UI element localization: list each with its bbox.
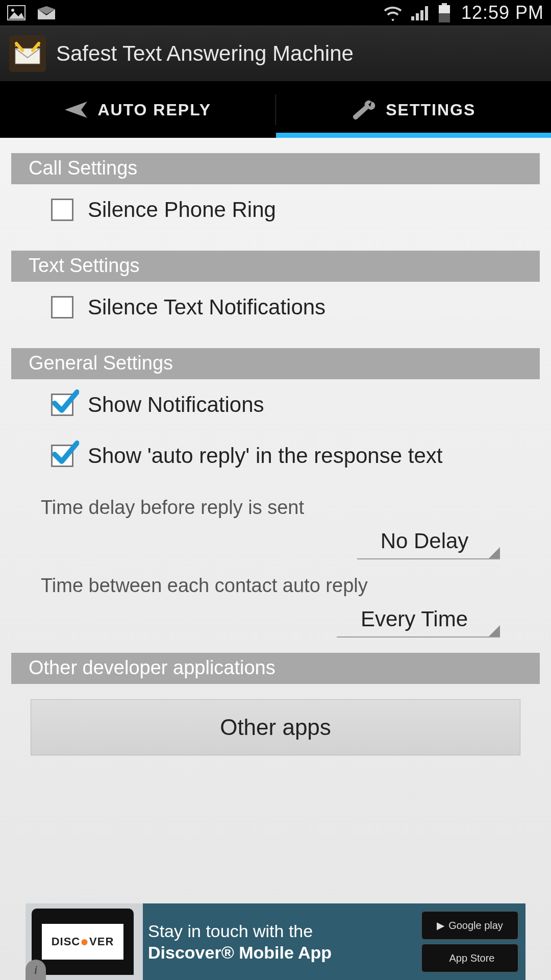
svg-point-1: [11, 9, 14, 12]
checkbox-show-auto-reply-in-response[interactable]: [51, 445, 73, 467]
google-play-badge[interactable]: ▶ Google play: [421, 911, 518, 940]
tab-bar: AUTO REPLY SETTINGS: [0, 82, 551, 138]
svg-rect-8: [439, 5, 450, 13]
play-icon: ▶: [437, 919, 444, 932]
spinner-time-delay[interactable]: No Delay: [357, 526, 500, 559]
row-label: Show 'auto reply' in the response text: [88, 444, 442, 468]
spinner-time-between[interactable]: Every Time: [337, 604, 500, 638]
app-icon: [9, 35, 46, 72]
checkbox-silence-phone-ring[interactable]: [51, 199, 73, 221]
app-title: Safest Text Answering Machine: [56, 41, 354, 66]
section-general-settings: General Settings: [11, 348, 540, 379]
status-time: 12:59 PM: [461, 2, 544, 23]
tab-auto-reply[interactable]: AUTO REPLY: [0, 82, 276, 138]
ad-store-badges: ▶ Google play App Store: [421, 911, 525, 972]
tab-label: SETTINGS: [386, 101, 475, 119]
ad-line1: Stay in touch with the: [148, 920, 421, 942]
signal-icon: [411, 5, 430, 20]
svg-rect-2: [411, 16, 414, 20]
ad-info-icon[interactable]: i: [26, 960, 46, 980]
section-text-settings: Text Settings: [11, 251, 540, 282]
send-icon: [64, 100, 88, 120]
settings-content[interactable]: Call Settings Silence Phone Ring Text Se…: [0, 138, 551, 980]
row-label: Silence Phone Ring: [88, 198, 276, 222]
ad-text: Stay in touch with the Discover® Mobile …: [134, 920, 421, 964]
row-silence-text-notifications[interactable]: Silence Text Notifications: [0, 282, 551, 333]
action-bar: Safest Text Answering Machine: [0, 26, 551, 82]
row-label: Show Notifications: [88, 393, 264, 417]
button-label: Other apps: [220, 715, 331, 740]
wrench-icon: [351, 99, 377, 121]
badge-label: App Store: [449, 952, 495, 964]
ad-phone-graphic: DISC●VER: [32, 909, 134, 975]
status-bar: 12:59 PM: [0, 0, 551, 26]
tab-settings[interactable]: SETTINGS: [276, 82, 552, 138]
other-apps-button[interactable]: Other apps: [31, 699, 520, 755]
battery-icon: [438, 3, 451, 22]
ad-brand: DISC●VER: [42, 924, 123, 960]
label-time-between: Time between each contact auto reply: [0, 559, 551, 604]
row-show-notifications[interactable]: Show Notifications: [0, 379, 551, 430]
row-show-auto-reply-in-response[interactable]: Show 'auto reply' in the response text: [0, 430, 551, 481]
spinner-value: Every Time: [361, 607, 468, 631]
row-silence-phone-ring[interactable]: Silence Phone Ring: [0, 184, 551, 235]
gallery-icon: [7, 5, 26, 20]
checkbox-silence-text-notifications[interactable]: [51, 296, 73, 318]
svg-rect-4: [420, 10, 423, 20]
app-store-badge[interactable]: App Store: [421, 944, 518, 972]
spinner-value: No Delay: [381, 529, 469, 553]
svg-rect-3: [416, 13, 419, 20]
badge-label: Google play: [448, 920, 503, 932]
section-call-settings: Call Settings: [11, 153, 540, 184]
row-label: Silence Text Notifications: [88, 295, 325, 320]
ad-banner[interactable]: DISC●VER Stay in touch with the Discover…: [26, 903, 525, 980]
section-other-apps: Other developer applications: [11, 653, 540, 684]
svg-rect-5: [425, 6, 428, 20]
label-time-delay: Time delay before reply is sent: [0, 481, 551, 526]
ad-line2: Discover® Mobile App: [148, 942, 421, 964]
checkbox-show-notifications[interactable]: [51, 394, 73, 416]
svg-rect-6: [442, 3, 447, 5]
mail-icon: [37, 5, 56, 20]
tab-label: AUTO REPLY: [97, 101, 211, 119]
wifi-icon: [383, 5, 403, 21]
